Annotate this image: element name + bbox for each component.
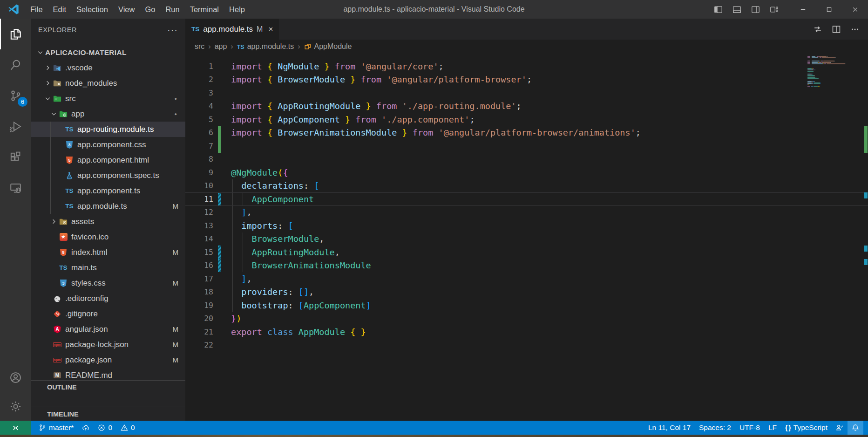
breadcrumb-app[interactable]: app xyxy=(215,42,227,51)
code-line-7[interactable]: 7 xyxy=(185,139,868,153)
outline-panel-header[interactable]: OUTLINE xyxy=(31,380,185,394)
code-line-1[interactable]: 1import { NgModule } from '@angular/core… xyxy=(185,60,868,73)
tree-item-app-component-html[interactable]: 5app.component.html xyxy=(31,152,185,168)
more-actions-icon[interactable] xyxy=(850,25,860,34)
token: ; xyxy=(527,75,532,84)
status-label: 0 xyxy=(131,423,135,432)
status-language-mode[interactable]: { }TypeScript xyxy=(781,421,832,435)
tree-item-styles-css[interactable]: 3styles.cssM xyxy=(31,275,185,291)
activity-settings[interactable] xyxy=(0,392,31,421)
code-line-20[interactable]: 20}) xyxy=(185,312,868,326)
code-line-12[interactable]: 12 ], xyxy=(185,206,868,219)
code-line-6[interactable]: 6import { BrowserAnimationsModule } from… xyxy=(185,126,868,140)
tree-item-app-routing-module-ts[interactable]: TSapp-routing.module.ts xyxy=(31,122,185,137)
menu-help[interactable]: Help xyxy=(224,0,250,19)
code-line-14[interactable]: 14 BrowserModule, xyxy=(185,232,868,246)
code-line-22[interactable]: 22 xyxy=(185,339,868,352)
breadcrumb-src[interactable]: src xyxy=(195,42,204,51)
code-line-4[interactable]: 4import { AppRoutingModule } from './app… xyxy=(185,100,868,113)
code-line-11[interactable]: 11 AppComponent xyxy=(185,192,868,206)
code-line-16[interactable]: 16 BrowserAnimationsModule xyxy=(185,259,868,273)
menu-edit[interactable]: Edit xyxy=(48,0,71,19)
token: } xyxy=(231,314,236,323)
tree-item-gitignore[interactable]: .gitignore xyxy=(31,306,185,321)
status-sync-publish[interactable] xyxy=(78,421,94,435)
code-line-17[interactable]: 17 ], xyxy=(185,272,868,286)
tree-item-src[interactable]: src● xyxy=(31,91,185,106)
sidebar-more-actions-icon[interactable]: ··· xyxy=(167,25,178,35)
activity-account[interactable] xyxy=(0,363,31,392)
tree-item-app[interactable]: app● xyxy=(31,106,185,122)
tree-item-main-ts[interactable]: TSmain.ts xyxy=(31,260,185,275)
token: } xyxy=(325,61,330,71)
code-text: imports: [ xyxy=(231,219,868,232)
code-line-3[interactable]: 3 xyxy=(185,86,868,100)
tree-item-app-component-css[interactable]: 3app.component.css xyxy=(31,137,185,152)
activity-remote-explorer[interactable] xyxy=(0,172,31,203)
activity-source-control[interactable]: 6 xyxy=(0,80,31,111)
tree-item-package-json[interactable]: npmpackage.jsonM xyxy=(31,352,185,368)
code-line-10[interactable]: 10 declarations: [ xyxy=(185,179,868,193)
code-line-2[interactable]: 2import { BrowserModule } from '@angular… xyxy=(185,73,868,87)
tree-item-node-modules[interactable]: node_modules xyxy=(31,75,185,91)
status-feedback[interactable] xyxy=(832,421,848,435)
tree-item-app-component-spec-ts[interactable]: app.component.spec.ts xyxy=(31,168,185,183)
status-indentation[interactable]: Spaces: 2 xyxy=(695,421,735,435)
toggle-panel-icon[interactable] xyxy=(727,0,746,19)
menu-file[interactable]: File xyxy=(25,0,48,19)
tab-app-module-ts[interactable]: TS app.module.ts M × xyxy=(185,19,279,40)
tree-item-vscode[interactable]: .vscode xyxy=(31,60,185,75)
menu-go[interactable]: Go xyxy=(140,0,160,19)
code-line-15[interactable]: 15 AppRoutingModule, xyxy=(185,246,868,259)
tree-item-aplicacio-material[interactable]: APLICACIO-MATERIAL xyxy=(31,45,185,60)
status-warnings[interactable]: 0 xyxy=(116,421,139,435)
activity-explorer[interactable] xyxy=(0,19,31,49)
code-line-8[interactable]: 8 xyxy=(185,153,868,166)
split-editor-icon[interactable] xyxy=(832,25,841,34)
activity-search[interactable] xyxy=(0,49,31,80)
close-button[interactable] xyxy=(842,0,868,19)
remote-indicator[interactable] xyxy=(0,421,31,435)
code-line-9[interactable]: 9@NgModule({ xyxy=(185,166,868,179)
maximize-button[interactable] xyxy=(816,0,842,19)
code-line-18[interactable]: 18 providers: [], xyxy=(185,286,868,299)
activity-run-debug[interactable] xyxy=(0,111,31,142)
activity-extensions[interactable] xyxy=(0,142,31,172)
code-line-5[interactable]: 5import { AppComponent } from './app.com… xyxy=(185,113,868,126)
menu-selection[interactable]: Selection xyxy=(71,0,113,19)
code-line-19[interactable]: 19 bootstrap: [AppComponent] xyxy=(185,299,868,312)
timeline-panel-header[interactable]: TIMELINE xyxy=(31,407,185,421)
status-notifications[interactable] xyxy=(848,421,863,435)
breadcrumb-appmodule[interactable]: AppModule xyxy=(304,42,352,51)
menu-run[interactable]: Run xyxy=(160,0,184,19)
toggle-sidebar-icon[interactable] xyxy=(709,0,727,19)
minimap-token xyxy=(807,78,819,79)
menu-terminal[interactable]: Terminal xyxy=(185,0,224,19)
customize-layout-icon[interactable] xyxy=(765,0,783,19)
code-line-13[interactable]: 13 imports: [ xyxy=(185,219,868,232)
tree-item-editorconfig[interactable]: .editorconfig xyxy=(31,291,185,306)
close-icon[interactable]: × xyxy=(268,25,273,34)
tree-item-assets[interactable]: assets xyxy=(31,214,185,229)
code-line-21[interactable]: 21export class AppModule { } xyxy=(185,325,868,339)
minimap[interactable] xyxy=(807,56,847,89)
tree-item-index-html[interactable]: 5index.htmlM xyxy=(31,245,185,260)
token: import xyxy=(231,101,267,111)
open-changes-icon[interactable] xyxy=(813,25,822,34)
minimap-token xyxy=(814,69,814,70)
tree-item-favicon-ico[interactable]: ★favicon.ico xyxy=(31,229,185,245)
status-encoding[interactable]: UTF-8 xyxy=(735,421,764,435)
toggle-secondary-sidebar-icon[interactable] xyxy=(746,0,765,19)
status-cursor-position[interactable]: Ln 11, Col 17 xyxy=(644,421,695,435)
minimize-button[interactable] xyxy=(790,0,816,19)
status-errors[interactable]: 0 xyxy=(94,421,116,435)
code-editor[interactable]: 1import { NgModule } from '@angular/core… xyxy=(185,54,868,352)
tree-item-app-component-ts[interactable]: TSapp.component.ts xyxy=(31,183,185,198)
menu-view[interactable]: View xyxy=(113,0,140,19)
breadcrumb-app-module-ts[interactable]: TSapp.module.ts xyxy=(237,42,294,51)
status-eol[interactable]: LF xyxy=(764,421,781,435)
status-git-branch[interactable]: master* xyxy=(34,421,78,435)
tree-item-package-lock-json[interactable]: npmpackage-lock.jsonM xyxy=(31,337,185,352)
tree-item-angular-json[interactable]: Aangular.jsonM xyxy=(31,321,185,337)
tree-item-app-module-ts[interactable]: TSapp.module.tsM xyxy=(31,198,185,214)
